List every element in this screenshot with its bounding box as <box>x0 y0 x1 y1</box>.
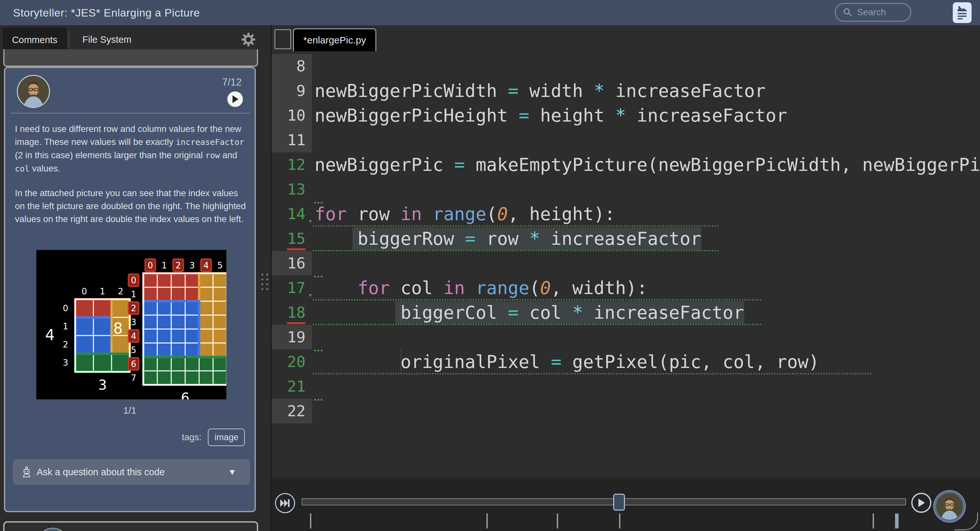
timeline-marker[interactable] <box>487 514 488 528</box>
tab-file-system[interactable]: File System <box>75 27 138 52</box>
panel-corner <box>955 512 978 530</box>
panel-resize-handle[interactable] <box>261 273 268 293</box>
timeline-marker-current[interactable] <box>895 514 899 528</box>
sidebar: Comments File System <box>0 25 270 531</box>
code-line[interactable]: 11 <box>272 128 980 153</box>
next-comment-card-edge[interactable] <box>3 521 258 531</box>
svg-text:2: 2 <box>63 340 68 350</box>
code-text: biggerRow = row * increaseFactor <box>312 226 980 251</box>
code-line[interactable]: 14▾•••for row in range(0, height): <box>272 202 980 226</box>
tab-comments[interactable]: Comments <box>2 27 67 53</box>
svg-text:2: 2 <box>118 286 124 296</box>
code-line[interactable]: 15 biggerRow = row * increaseFactor <box>272 226 980 251</box>
code-text <box>312 325 980 350</box>
comment-counter: 7/12 <box>222 76 242 88</box>
svg-text:4: 4 <box>131 331 137 341</box>
svg-text:4: 4 <box>45 326 54 343</box>
code-line[interactable]: 20••• originalPixel = getPixel(pic, col,… <box>272 350 980 374</box>
search-input[interactable]: Search <box>835 3 911 22</box>
code-text <box>312 399 980 423</box>
sidebar-tab-bar: Comments File System <box>0 25 270 52</box>
code-line[interactable]: 17▾••• for col in range(0, width): <box>272 275 980 300</box>
code-text: biggerCol = col * increaseFactor <box>312 300 980 325</box>
svg-text:0: 0 <box>148 261 153 270</box>
code-text <box>312 54 980 78</box>
code-line[interactable]: 16 <box>272 251 980 275</box>
line-number: 13 <box>272 177 312 202</box>
editor-square-button[interactable] <box>274 29 291 49</box>
text-run: (2 in this case) elements larger than th… <box>15 150 205 160</box>
line-number: 11 <box>272 128 312 153</box>
line-number: 8 <box>272 54 312 78</box>
skip-to-end-button[interactable] <box>275 493 295 513</box>
hidden-code-marker: ••• <box>314 273 324 280</box>
search-icon <box>843 8 853 17</box>
line-number: 10 <box>272 103 312 128</box>
code-area[interactable]: 89newBiggerPicWidth = width * increaseFa… <box>272 54 980 423</box>
line-number: 19 <box>272 325 312 350</box>
page-title: Storyteller: *JES* Enlarging a Picture <box>13 0 200 25</box>
line-number: 9 <box>272 78 312 103</box>
fast-forward-icon <box>280 499 291 508</box>
inline-code: col <box>15 164 30 173</box>
tab-separator <box>69 31 69 47</box>
chevron-down-icon: ▼ <box>228 467 236 477</box>
svg-text:3: 3 <box>189 261 195 270</box>
code-text: for row in range(0, height): <box>312 202 980 226</box>
timeline-marker[interactable] <box>873 514 874 528</box>
storyteller-app: Storyteller: *JES* Enlarging a Picture S… <box>0 0 980 531</box>
line-number: 21 <box>272 374 312 399</box>
code-line[interactable]: 22••• <box>272 399 980 423</box>
search-placeholder: Search <box>857 7 886 17</box>
code-text: newBiggerPicHeight = height * increaseFa… <box>312 103 980 128</box>
svg-text:0: 0 <box>131 275 137 285</box>
svg-text:2: 2 <box>131 304 137 313</box>
code-text: newBiggerPic = makeEmptyPicture(newBigge… <box>312 153 980 177</box>
code-line[interactable]: 10newBiggerPicHeight = height * increase… <box>272 103 980 128</box>
svg-text:3: 3 <box>98 377 107 393</box>
svg-text:3: 3 <box>63 358 68 367</box>
svg-text:1: 1 <box>100 286 105 296</box>
svg-text:1: 1 <box>131 289 137 299</box>
code-line[interactable]: 12newBiggerPic = makeEmptyPicture(newBig… <box>272 153 980 177</box>
image-counter: 1/1 <box>5 405 255 416</box>
text-run: values. <box>30 164 60 173</box>
enlarge-sketch: 0120123430123450123456786 <box>36 250 226 399</box>
top-bar: Storyteller: *JES* Enlarging a Picture S… <box>0 0 980 25</box>
author-avatar <box>37 528 69 531</box>
author-avatar <box>17 75 50 108</box>
code-text: originalPixel = getPixel(pic, col, row) <box>312 350 980 374</box>
code-line[interactable]: 9newBiggerPicWidth = width * increaseFac… <box>272 78 980 103</box>
svg-text:4: 4 <box>203 261 209 270</box>
play-button[interactable] <box>911 493 931 513</box>
timeline-thumb[interactable] <box>613 494 625 510</box>
settings-button[interactable] <box>240 32 256 47</box>
code-line[interactable]: 13 <box>272 177 980 202</box>
svg-text:0: 0 <box>82 286 87 296</box>
timeline-track[interactable] <box>302 498 906 506</box>
timeline-marker[interactable] <box>557 514 558 528</box>
attached-image[interactable]: 0120123430123450123456786 <box>36 250 226 399</box>
tag-image-button[interactable]: image <box>208 429 245 446</box>
svg-text:5: 5 <box>217 261 223 270</box>
svg-text:3: 3 <box>131 317 137 327</box>
inline-code: increaseFactor <box>176 137 244 147</box>
line-number: 12 <box>272 153 312 177</box>
timeline-marker[interactable] <box>619 514 620 528</box>
svg-text:0: 0 <box>63 304 68 313</box>
previous-comment-card-edge[interactable] <box>3 49 258 67</box>
timeline-marker[interactable] <box>310 514 311 528</box>
code-text <box>312 374 980 399</box>
code-line[interactable]: 8 <box>272 54 980 78</box>
card-divider <box>11 113 250 113</box>
ask-question-dropdown[interactable]: Ask a question about this code ▼ <box>13 459 250 485</box>
text-run: In the attached picture you can see that… <box>15 188 246 224</box>
line-number: 18 <box>272 300 312 325</box>
code-line[interactable]: 19 <box>272 325 980 350</box>
file-tab[interactable]: *enlargePic.py <box>293 29 376 51</box>
code-line[interactable]: 18 biggerCol = col * increaseFactor <box>272 300 980 325</box>
line-number: 17▾ <box>272 275 312 300</box>
comment-play-button[interactable] <box>228 91 243 107</box>
code-line[interactable]: 21 <box>272 374 980 399</box>
screenshot-view-button[interactable] <box>953 2 972 23</box>
